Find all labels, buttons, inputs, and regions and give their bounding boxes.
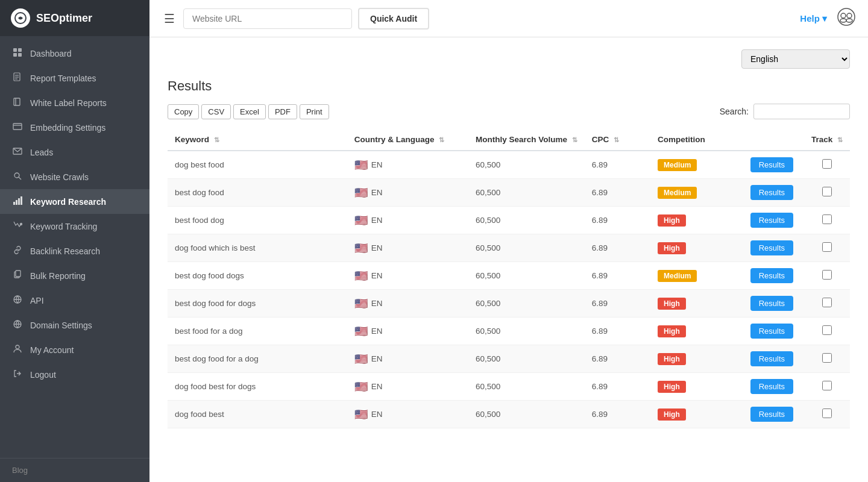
col-header-volume[interactable]: Monthly Search Volume ⇅ bbox=[468, 129, 585, 151]
sidebar-item-bulk-reporting[interactable]: Bulk Reporting bbox=[0, 263, 149, 288]
results-button[interactable]: Results bbox=[750, 157, 793, 172]
cell-results-btn: Results bbox=[743, 373, 804, 401]
results-button[interactable]: Results bbox=[750, 213, 793, 228]
cell-keyword: dog food best bbox=[168, 401, 347, 428]
nav-icon-white-label bbox=[12, 97, 23, 108]
sidebar-item-keyword-research[interactable]: Keyword Research bbox=[0, 189, 149, 214]
results-button[interactable]: Results bbox=[750, 240, 793, 255]
sidebar-bottom[interactable]: Blog bbox=[0, 458, 149, 482]
export-btn-copy[interactable]: Copy bbox=[168, 104, 199, 119]
col-header-cpc[interactable]: CPC ⇅ bbox=[585, 129, 650, 151]
results-button[interactable]: Results bbox=[750, 296, 793, 311]
cell-volume: 60,500 bbox=[468, 151, 585, 179]
help-button[interactable]: Help ▾ bbox=[800, 13, 827, 24]
col-header-country[interactable]: Country & Language ⇅ bbox=[347, 129, 468, 151]
track-checkbox[interactable] bbox=[822, 242, 832, 252]
table-row: best dog food 🇺🇸 EN 60,500 6.89 Medium R… bbox=[168, 179, 850, 207]
cell-keyword: best dog food for a dog bbox=[168, 345, 347, 373]
cell-track bbox=[804, 207, 850, 234]
export-btn-csv[interactable]: CSV bbox=[201, 104, 231, 119]
cell-competition: High bbox=[650, 373, 743, 401]
cell-lang: EN bbox=[371, 216, 383, 225]
quick-audit-button[interactable]: Quick Audit bbox=[358, 8, 429, 30]
export-btn-pdf[interactable]: PDF bbox=[268, 104, 297, 119]
search-input[interactable] bbox=[753, 104, 850, 119]
results-button[interactable]: Results bbox=[750, 185, 793, 200]
sidebar-item-dashboard[interactable]: Dashboard bbox=[0, 41, 149, 66]
nav-label-embedding: Embedding Settings bbox=[30, 123, 105, 133]
track-checkbox[interactable] bbox=[822, 159, 832, 169]
export-btn-excel[interactable]: Excel bbox=[233, 104, 266, 119]
cell-cpc: 6.89 bbox=[585, 207, 650, 234]
svg-rect-15 bbox=[13, 202, 15, 205]
search-label: Search: bbox=[720, 107, 749, 116]
sidebar-item-report-templates[interactable]: Report Templates bbox=[0, 66, 149, 90]
col-header-track[interactable]: Track ⇅ bbox=[804, 129, 850, 151]
sidebar-item-website-crawls[interactable]: Website Crawls bbox=[0, 164, 149, 189]
track-checkbox[interactable] bbox=[822, 214, 832, 224]
track-checkbox[interactable] bbox=[822, 298, 832, 307]
menu-button[interactable]: ☰ bbox=[162, 9, 177, 28]
results-button[interactable]: Results bbox=[750, 324, 793, 339]
logo-icon bbox=[11, 8, 30, 28]
results-button[interactable]: Results bbox=[750, 379, 793, 394]
sidebar: SEOptimer Dashboard Report Templates Whi… bbox=[0, 0, 149, 482]
cell-track bbox=[804, 179, 850, 207]
svg-rect-2 bbox=[18, 48, 22, 52]
sidebar-item-leads[interactable]: Leads bbox=[0, 140, 149, 164]
user-icon[interactable] bbox=[837, 7, 856, 30]
table-row: best food for a dog 🇺🇸 EN 60,500 6.89 Hi… bbox=[168, 318, 850, 345]
nav-icon-website-crawls bbox=[12, 171, 23, 183]
sidebar-nav: Dashboard Report Templates White Label R… bbox=[0, 36, 149, 458]
cell-cpc: 6.89 bbox=[585, 234, 650, 262]
sidebar-item-domain-settings[interactable]: Domain Settings bbox=[0, 313, 149, 337]
nav-label-keyword-research: Keyword Research bbox=[30, 197, 106, 207]
sidebar-item-embedding[interactable]: Embedding Settings bbox=[0, 115, 149, 140]
track-checkbox[interactable] bbox=[822, 408, 832, 418]
flag-icon: 🇺🇸 bbox=[354, 269, 368, 283]
sidebar-item-backlink-research[interactable]: Backlink Research bbox=[0, 239, 149, 263]
competition-badge: High bbox=[658, 381, 686, 393]
table-row: best dog food for a dog 🇺🇸 EN 60,500 6.8… bbox=[168, 345, 850, 373]
cell-volume: 60,500 bbox=[468, 373, 585, 401]
track-checkbox[interactable] bbox=[822, 325, 832, 335]
sidebar-item-api[interactable]: API bbox=[0, 288, 149, 313]
cell-lang: EN bbox=[371, 299, 383, 308]
table-row: dog food best for dogs 🇺🇸 EN 60,500 6.89… bbox=[168, 373, 850, 401]
svg-rect-18 bbox=[20, 196, 22, 205]
col-header-keyword[interactable]: Keyword ⇅ bbox=[168, 129, 347, 151]
cell-track bbox=[804, 318, 850, 345]
flag-icon: 🇺🇸 bbox=[354, 186, 368, 199]
track-checkbox[interactable] bbox=[822, 187, 832, 196]
sidebar-item-keyword-tracking[interactable]: Keyword Tracking bbox=[0, 214, 149, 239]
export-btn-print[interactable]: Print bbox=[300, 104, 329, 119]
sidebar-logo[interactable]: SEOptimer bbox=[0, 0, 149, 36]
cell-lang: EN bbox=[371, 354, 383, 363]
logo-text: SEOptimer bbox=[36, 12, 92, 25]
track-checkbox[interactable] bbox=[822, 353, 832, 363]
results-button[interactable]: Results bbox=[750, 407, 793, 422]
url-input[interactable] bbox=[183, 8, 352, 29]
cell-volume: 60,500 bbox=[468, 262, 585, 290]
sort-icon-cpc: ⇅ bbox=[614, 136, 619, 144]
cell-track bbox=[804, 290, 850, 318]
cell-competition: High bbox=[650, 234, 743, 262]
competition-badge: Medium bbox=[658, 187, 697, 199]
results-button[interactable]: Results bbox=[750, 268, 793, 283]
language-select[interactable]: English Spanish French German bbox=[741, 49, 850, 69]
results-button[interactable]: Results bbox=[750, 351, 793, 366]
cell-competition: High bbox=[650, 345, 743, 373]
track-checkbox[interactable] bbox=[822, 381, 832, 390]
sidebar-item-my-account[interactable]: My Account bbox=[0, 337, 149, 362]
topbar-right: Help ▾ bbox=[800, 7, 856, 30]
nav-label-api: API bbox=[30, 296, 44, 305]
sidebar-item-logout[interactable]: Logout bbox=[0, 362, 149, 387]
cell-country: 🇺🇸 EN bbox=[347, 290, 468, 318]
cell-keyword: best dog food bbox=[168, 179, 347, 207]
track-checkbox[interactable] bbox=[822, 270, 832, 280]
sidebar-item-white-label[interactable]: White Label Reports bbox=[0, 90, 149, 115]
export-row: CopyCSVExcelPDFPrint Search: bbox=[168, 104, 850, 119]
cell-lang: EN bbox=[371, 410, 383, 419]
col-header-competition[interactable]: Competition bbox=[650, 129, 743, 151]
flag-icon: 🇺🇸 bbox=[354, 408, 368, 421]
